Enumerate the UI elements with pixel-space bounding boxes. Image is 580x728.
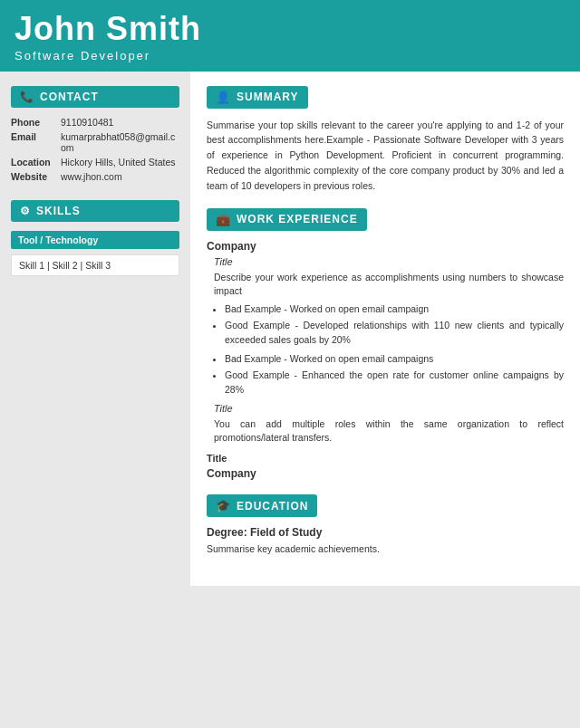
job-title-heading: Software Developer bbox=[14, 49, 566, 62]
job-title-1: Title bbox=[214, 256, 564, 267]
job-title-3: Title bbox=[207, 453, 564, 464]
job-title-2: Title bbox=[214, 403, 564, 414]
work-entry-1: Company Title Describe your work experie… bbox=[207, 240, 564, 446]
phone-icon: 📞 bbox=[20, 91, 34, 103]
contact-section: 📞 CONTACT Phone 9110910481 Email kumarpr… bbox=[11, 86, 179, 182]
job-desc-2: You can add multiple roles within the sa… bbox=[214, 417, 564, 446]
education-header: 🎓 EDUCATION bbox=[207, 494, 317, 517]
summary-text: Summarise your top skills relevant to th… bbox=[207, 118, 564, 194]
skills-icon: ⚙ bbox=[20, 205, 31, 217]
bullet-item: Bad Example - Worked on open email campa… bbox=[225, 352, 564, 367]
phone-label: Phone bbox=[11, 117, 61, 128]
education-section: 🎓 EDUCATION Degree: Field of Study Summa… bbox=[207, 494, 564, 557]
work-experience-section: 💼 WORK EXPERIENCE Company Title Describe… bbox=[207, 208, 564, 481]
work-experience-header: 💼 WORK EXPERIENCE bbox=[207, 208, 367, 231]
resume-header: John Smith Software Developer bbox=[0, 0, 580, 72]
location-label: Location bbox=[11, 157, 61, 168]
work-icon: 💼 bbox=[216, 213, 231, 226]
contact-phone-row: Phone 9110910481 bbox=[11, 117, 179, 128]
summary-section: 👤 SUMMARY Summarise your top skills rele… bbox=[207, 86, 564, 194]
bullet-list-2: Bad Example - Worked on open email campa… bbox=[225, 352, 564, 397]
location-value: Hickory Hills, United States bbox=[61, 157, 176, 168]
contact-website-row: Website www.jhon.com bbox=[11, 171, 179, 182]
work-entry-2: Title Company bbox=[207, 453, 564, 480]
degree-title: Degree: Field of Study bbox=[207, 526, 564, 539]
website-value: www.jhon.com bbox=[61, 171, 122, 182]
bullet-item: Bad Example - Worked on open email campa… bbox=[225, 302, 564, 317]
email-label: Email bbox=[11, 131, 61, 142]
contact-location-row: Location Hickory Hills, United States bbox=[11, 157, 179, 168]
company-name-1: Company bbox=[207, 240, 564, 253]
sidebar: 📞 CONTACT Phone 9110910481 Email kumarpr… bbox=[0, 72, 190, 586]
skills-header: ⚙ SKILLS bbox=[11, 200, 179, 222]
body-wrapper: 📞 CONTACT Phone 9110910481 Email kumarpr… bbox=[0, 72, 580, 586]
skills-tool-header: Tool / Technology bbox=[11, 231, 179, 249]
summary-icon: 👤 bbox=[216, 91, 231, 104]
role-2: Title You can add multiple roles within … bbox=[207, 403, 564, 446]
education-icon: 🎓 bbox=[216, 499, 231, 512]
phone-value: 9110910481 bbox=[61, 117, 113, 128]
bullet-item: Good Example - Enhanced the open rate fo… bbox=[225, 369, 564, 398]
email-value: kumarprabhat058@gmail.com bbox=[61, 131, 179, 153]
education-description: Summarise key academic achievements. bbox=[207, 542, 564, 557]
job-desc-1: Describe your work experience as accompl… bbox=[214, 271, 564, 300]
company-name-2: Company bbox=[207, 467, 564, 480]
bullet-item: Good Example - Developed relationships w… bbox=[225, 319, 564, 348]
contact-header: 📞 CONTACT bbox=[11, 86, 179, 108]
contact-email-row: Email kumarprabhat058@gmail.com bbox=[11, 131, 179, 153]
skills-list: Skill 1 | Skill 2 | Skill 3 bbox=[11, 254, 179, 276]
role-1: Title Describe your work experience as a… bbox=[207, 256, 564, 398]
website-label: Website bbox=[11, 171, 61, 182]
summary-header: 👤 SUMMARY bbox=[207, 86, 308, 109]
bullet-list-1: Bad Example - Worked on open email campa… bbox=[225, 302, 564, 347]
skills-section: ⚙ SKILLS Tool / Technology Skill 1 | Ski… bbox=[11, 200, 179, 276]
main-content: 👤 SUMMARY Summarise your top skills rele… bbox=[190, 72, 580, 586]
name-heading: John Smith bbox=[14, 11, 566, 47]
